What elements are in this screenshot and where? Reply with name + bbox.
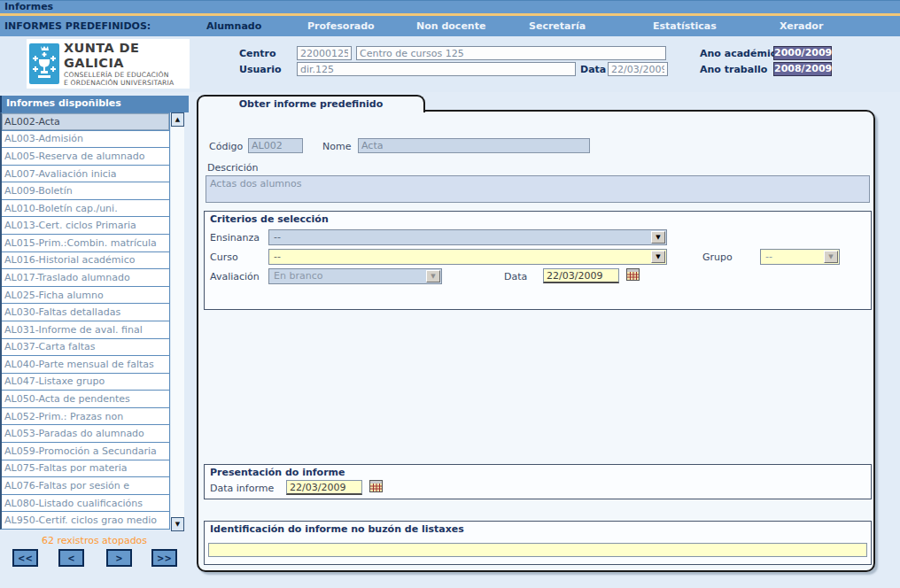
calendar-icon[interactable] bbox=[626, 268, 640, 281]
session-header: XUNTA DE GALICIA CONSELLERÍA DE EDUCACIÓ… bbox=[0, 36, 900, 92]
data-informe-label: Data informe bbox=[210, 483, 274, 494]
codigo-field[interactable] bbox=[248, 138, 303, 153]
report-list-item[interactable]: AL015-Prim.:Combin. matrícula bbox=[2, 235, 169, 252]
tab-alumnado[interactable]: Alumnado bbox=[206, 16, 261, 36]
report-list-item[interactable]: AL005-Reserva de alumnado bbox=[2, 148, 169, 166]
dropdown-arrow-icon: ▼ bbox=[824, 251, 838, 263]
report-list-item[interactable]: AL002-Acta bbox=[2, 113, 169, 131]
curso-value: -- bbox=[274, 251, 281, 262]
report-form-panel: Código Nome Descrición Actas dos alumnos… bbox=[197, 110, 875, 572]
ano-traballo-value: 2008/2009 bbox=[773, 62, 832, 76]
presentacion-box: Presentación do informe Data informe bbox=[204, 464, 872, 499]
report-list-item[interactable]: AL009-Boletín bbox=[2, 182, 169, 200]
ensinanza-select[interactable]: -- ▼ bbox=[268, 229, 667, 245]
criterios-data-label: Data bbox=[504, 271, 527, 282]
tab-obter-informe[interactable]: Obter informe predefinido bbox=[197, 95, 425, 112]
pagination-first-button[interactable]: << bbox=[12, 549, 38, 567]
report-list-item[interactable]: AL076-Faltas por sesión e bbox=[2, 477, 169, 495]
dept-line2: E ORDENACIÓN UNIVERSITARIA bbox=[64, 79, 190, 87]
report-list-item[interactable]: AL013-Cert. ciclos Primaria bbox=[2, 217, 169, 235]
identificacion-title: Identificación do informe no buzón de li… bbox=[210, 523, 464, 535]
scroll-up-icon[interactable]: ▲ bbox=[171, 112, 184, 127]
window-title-bar: Informes bbox=[0, 0, 900, 13]
codigo-label: Código bbox=[209, 141, 243, 152]
ensinanza-label: Ensinanza bbox=[210, 232, 260, 244]
report-list-item[interactable]: AL025-Ficha alumno bbox=[2, 287, 169, 305]
ano-academico-label: Ano académico bbox=[700, 48, 783, 59]
nome-field[interactable] bbox=[358, 138, 590, 153]
avaliacion-label: Avaliación bbox=[210, 271, 260, 282]
tab-profesorado[interactable]: Profesorado bbox=[307, 16, 375, 36]
main-menu-bar: INFORMES PREDEFINIDOS: Alumnado Profesor… bbox=[0, 16, 900, 36]
report-list-item[interactable]: AL047-Listaxe grupo bbox=[2, 374, 169, 391]
report-list-item[interactable]: AL052-Prim.: Prazas non bbox=[2, 408, 169, 426]
centro-label: Centro bbox=[239, 48, 276, 59]
report-list-item[interactable]: AL950-Certif. ciclos grao medio bbox=[2, 512, 169, 529]
tab-non-docente[interactable]: Non docente bbox=[416, 16, 485, 36]
ano-traballo-label: Ano traballo bbox=[700, 64, 767, 75]
centro-name-field[interactable] bbox=[356, 46, 666, 60]
dept-line1: CONSELLERÍA DE EDUCACIÓN bbox=[64, 71, 190, 79]
report-list-item[interactable]: AL030-Faltas detalladas bbox=[2, 304, 169, 321]
xunta-crest-icon bbox=[29, 43, 59, 84]
report-list-item[interactable]: AL031-Informe de aval. final bbox=[2, 321, 169, 339]
grupo-select[interactable]: -- ▼ bbox=[760, 249, 840, 265]
nome-label: Nome bbox=[322, 141, 351, 152]
report-list-item[interactable]: AL010-Boletín cap./uni. bbox=[2, 200, 169, 218]
app-window: Informes INFORMES PREDEFINIDOS: Alumnado… bbox=[0, 0, 900, 588]
report-list-item[interactable]: AL037-Carta faltas bbox=[2, 339, 169, 357]
scroll-down-icon[interactable]: ▼ bbox=[171, 517, 184, 531]
usuario-field[interactable] bbox=[297, 62, 576, 76]
identificacion-box: Identificación do informe no buzón de li… bbox=[204, 521, 872, 565]
descricion-textarea[interactable]: Actas dos alumnos bbox=[206, 175, 870, 203]
records-found-count: 62 rexistros atopados bbox=[0, 535, 189, 546]
centro-code-field[interactable] bbox=[297, 46, 352, 60]
report-list: AL002-ActaAL003-AdmisiónAL005-Reserva de… bbox=[0, 112, 170, 530]
criterios-title: Criterios de selección bbox=[210, 213, 329, 225]
curso-label: Curso bbox=[210, 251, 238, 263]
report-list-item[interactable]: AL016-Historial académico bbox=[2, 252, 169, 270]
data-field[interactable] bbox=[608, 62, 668, 76]
report-list-item[interactable]: AL003-Admisión bbox=[2, 131, 169, 149]
xunta-logo: XUNTA DE GALICIA CONSELLERÍA DE EDUCACIÓ… bbox=[27, 39, 190, 89]
data-label: Data bbox=[580, 64, 606, 75]
page-title: Informes bbox=[0, 1, 53, 13]
report-list-item[interactable]: AL007-Avaliación inicia bbox=[2, 166, 169, 183]
sidebar-title: Informes dispoñibles bbox=[0, 96, 189, 112]
logo-text: XUNTA DE GALICIA CONSELLERÍA DE EDUCACIÓ… bbox=[64, 41, 190, 87]
ensinanza-value: -- bbox=[274, 231, 281, 243]
report-list-item[interactable]: AL059-Promoción a Secundaria bbox=[2, 443, 169, 460]
report-list-scrollbar[interactable]: ▲ ▼ bbox=[171, 112, 184, 531]
grupo-value: -- bbox=[765, 251, 772, 262]
curso-select[interactable]: -- ▼ bbox=[268, 249, 667, 265]
presentacion-title: Presentación do informe bbox=[210, 467, 345, 478]
report-list-item[interactable]: AL040-Parte mensual de faltas bbox=[2, 356, 169, 374]
avaliacion-select[interactable]: En branco ▼ bbox=[268, 268, 442, 284]
tab-secretaria[interactable]: Secretaría bbox=[529, 16, 586, 36]
criterios-box: Criterios de selección Ensinanza -- ▼ Cu… bbox=[204, 211, 872, 310]
menu-section-label: INFORMES PREDEFINIDOS: bbox=[4, 16, 151, 36]
pagination-next-button[interactable]: > bbox=[106, 549, 132, 567]
tab-estatisticas[interactable]: Estatísticas bbox=[653, 16, 717, 36]
dropdown-arrow-icon[interactable]: ▼ bbox=[651, 231, 665, 244]
avaliacion-value: En branco bbox=[274, 270, 322, 282]
criterios-data-field[interactable] bbox=[543, 268, 619, 283]
report-list-item[interactable]: AL017-Traslado alumnado bbox=[2, 269, 169, 287]
descricion-label: Descrición bbox=[207, 162, 258, 174]
report-list-item[interactable]: AL080-Listado cualificacións bbox=[2, 495, 169, 513]
tab-xerador[interactable]: Xerador bbox=[780, 16, 823, 36]
ano-academico-value: 2000/2009 bbox=[773, 46, 832, 60]
usuario-label: Usuario bbox=[239, 64, 282, 75]
dropdown-arrow-icon: ▼ bbox=[426, 270, 440, 282]
report-list-item[interactable]: AL050-Acta de pendentes bbox=[2, 391, 169, 408]
dropdown-arrow-icon[interactable]: ▼ bbox=[651, 251, 665, 263]
identificacion-input[interactable] bbox=[208, 543, 867, 557]
pagination-last-button[interactable]: >> bbox=[151, 549, 177, 567]
org-name: XUNTA DE GALICIA bbox=[64, 41, 190, 71]
grupo-label: Grupo bbox=[702, 251, 733, 263]
calendar-icon[interactable] bbox=[369, 480, 383, 492]
report-list-item[interactable]: AL053-Paradas do alumnado bbox=[2, 425, 169, 443]
data-informe-field[interactable] bbox=[286, 480, 362, 495]
report-list-item[interactable]: AL075-Faltas por materia bbox=[2, 460, 169, 478]
pagination-prev-button[interactable]: < bbox=[58, 549, 84, 567]
